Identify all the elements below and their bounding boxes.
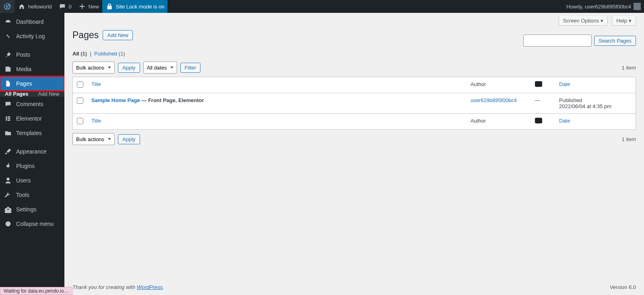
col-comments-header[interactable] — [531, 77, 555, 93]
pin-icon — [4, 51, 12, 59]
media-icon — [4, 65, 12, 73]
site-name: helloworld — [28, 4, 52, 10]
select-all-bottom[interactable] — [77, 118, 83, 124]
wordpress-link[interactable]: WordPress — [137, 284, 163, 290]
help-label: Help — [616, 18, 627, 24]
comments-link[interactable]: 0 — [55, 0, 75, 13]
filter-all-count: (1) — [80, 51, 87, 57]
bulk-actions-select-top[interactable]: Bulk actions — [72, 61, 115, 74]
activity-icon — [4, 32, 12, 40]
howdy-prefix: Howdy, — [566, 4, 585, 10]
page-icon — [4, 80, 12, 88]
menu-item-label: Appearance — [16, 148, 47, 155]
apply-button-bottom[interactable]: Apply — [118, 134, 140, 144]
menu-item-users[interactable]: Users — [0, 173, 64, 188]
settings-icon — [4, 205, 12, 213]
date-filter-select[interactable]: All dates — [143, 61, 177, 74]
plus-icon — [78, 2, 86, 10]
col-date-footer[interactable]: Date — [559, 118, 570, 124]
menu-item-label: Dashboard — [16, 18, 44, 25]
menu-item-label: Collapse menu — [16, 221, 54, 227]
row-title-link[interactable]: Sample Home Page — [91, 97, 140, 103]
bulk-actions-select-bottom[interactable]: Bulk actions — [72, 133, 115, 145]
comment-count: 0 — [69, 4, 72, 10]
col-comments-footer[interactable] — [531, 113, 555, 129]
browser-status-bar: Waiting for data.eu.pendo.io… — [0, 287, 72, 295]
admin-footer: Thank you for creating with WordPress. V… — [72, 279, 636, 295]
filter-published[interactable]: Published — [94, 51, 117, 57]
main-content: Screen Options ▾ Help ▾ Pages Add New Se… — [64, 13, 644, 295]
screen-options-button[interactable]: Screen Options ▾ — [559, 16, 608, 26]
brush-icon — [4, 148, 12, 156]
sitelock-link[interactable]: Site Lock mode is on — [102, 0, 168, 13]
menu-item-label: Comments — [16, 101, 43, 107]
menu-item-label: Elementor — [16, 115, 42, 122]
comment-icon — [535, 81, 542, 87]
apply-button-top[interactable]: Apply — [118, 63, 140, 73]
page-title: Pages — [72, 30, 99, 41]
search-input[interactable] — [523, 35, 592, 47]
version-text: Version 6.0 — [610, 284, 636, 290]
menu-item-templates[interactable]: Templates — [0, 126, 64, 140]
col-author-footer: Author — [466, 113, 531, 129]
item-count-top: 1 item — [622, 65, 636, 71]
menu-item-collapse-menu[interactable]: Collapse menu — [0, 217, 64, 231]
menu-item-label: Tools — [16, 192, 29, 198]
comment-icon — [4, 100, 12, 108]
account-link[interactable]: Howdy, user629b895f00bc4 — [563, 3, 644, 10]
menu-item-tools[interactable]: Tools — [0, 188, 64, 202]
dashboard-icon — [4, 18, 12, 26]
menu-item-activity-log[interactable]: Activity Log — [0, 29, 64, 43]
wrench-icon — [4, 191, 12, 199]
user-icon — [4, 176, 12, 184]
site-name-link[interactable]: helloworld — [14, 0, 55, 13]
row-states: — Front Page, Elementor — [140, 97, 204, 103]
submenu-item-all-pages[interactable]: All Pages — [0, 88, 33, 99]
admin-sidebar: DashboardActivity LogPostsMediaPagesAll … — [0, 13, 64, 295]
elementor-icon — [4, 115, 12, 123]
row-date: Published2022/06/04 at 4:35 pm — [555, 93, 636, 113]
menu-item-posts[interactable]: Posts — [0, 47, 64, 62]
menu-item-appearance[interactable]: Appearance — [0, 144, 64, 159]
screen-options-label: Screen Options — [563, 18, 599, 24]
new-label: New — [89, 4, 99, 10]
menu-item-elementor[interactable]: Elementor — [0, 111, 64, 126]
menu-item-label: Settings — [16, 206, 37, 213]
submenu-pages: All PagesAdd New — [0, 91, 64, 97]
filter-button[interactable]: Filter — [180, 63, 201, 73]
row-checkbox[interactable] — [77, 97, 83, 104]
lock-icon — [105, 2, 114, 10]
table-row: Sample Home Page — Front Page, Elementor… — [73, 93, 636, 113]
col-date-header[interactable]: Date — [559, 81, 570, 87]
col-title-footer[interactable]: Title — [91, 118, 101, 124]
new-content-link[interactable]: New — [75, 0, 102, 13]
avatar — [634, 3, 641, 10]
help-button[interactable]: Help ▾ — [612, 16, 636, 26]
add-new-button[interactable]: Add New — [103, 30, 133, 40]
row-comments: — — [531, 93, 555, 113]
menu-item-media[interactable]: Media — [0, 62, 64, 76]
howdy-user: user629b895f00bc4 — [585, 4, 631, 10]
filter-all[interactable]: All — [72, 51, 79, 57]
row-author-link[interactable]: user629b895f00bc4 — [471, 97, 517, 103]
select-all-top[interactable] — [77, 81, 83, 88]
home-icon — [18, 2, 26, 10]
submenu-item-add-new[interactable]: Add New — [33, 88, 64, 99]
wp-logo[interactable] — [0, 0, 14, 13]
menu-item-label: Posts — [16, 51, 30, 58]
menu-item-settings[interactable]: Settings — [0, 202, 64, 217]
pages-table: Title Author Date Sample Home Page — Fro… — [72, 77, 636, 130]
search-button[interactable]: Search Pages — [594, 36, 636, 46]
comment-icon — [535, 118, 542, 123]
filter-published-count: (1) — [119, 51, 125, 57]
menu-item-plugins[interactable]: Plugins — [0, 159, 64, 173]
menu-item-dashboard[interactable]: Dashboard — [0, 14, 64, 29]
comment-icon — [58, 2, 66, 10]
col-author-header: Author — [466, 77, 531, 93]
admin-toolbar: helloworld 0 New Site Lock mode is on Ho… — [0, 0, 644, 13]
menu-item-label: Users — [16, 177, 31, 184]
plug-icon — [4, 162, 12, 170]
sitelock-label: Site Lock mode is on — [116, 4, 165, 10]
menu-item-label: Pages — [16, 80, 32, 87]
col-title-header[interactable]: Title — [91, 81, 101, 87]
